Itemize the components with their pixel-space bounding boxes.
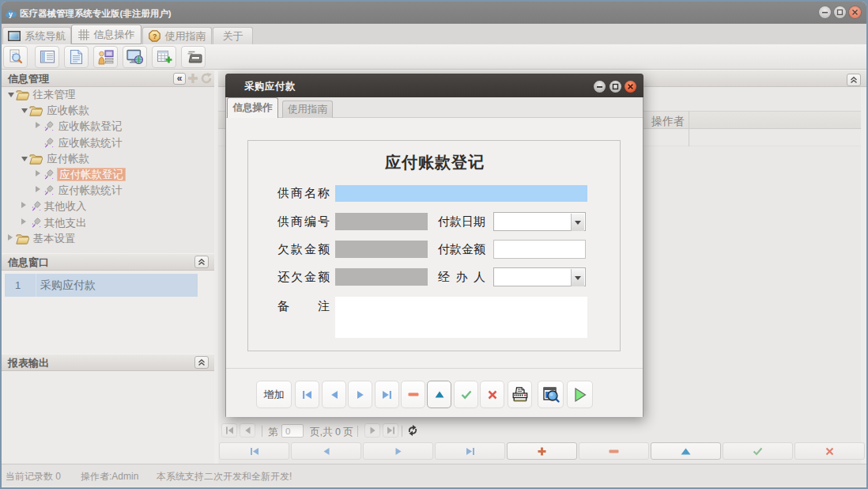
svg-text:y: y xyxy=(9,10,13,18)
svg-text:?: ? xyxy=(153,32,157,40)
